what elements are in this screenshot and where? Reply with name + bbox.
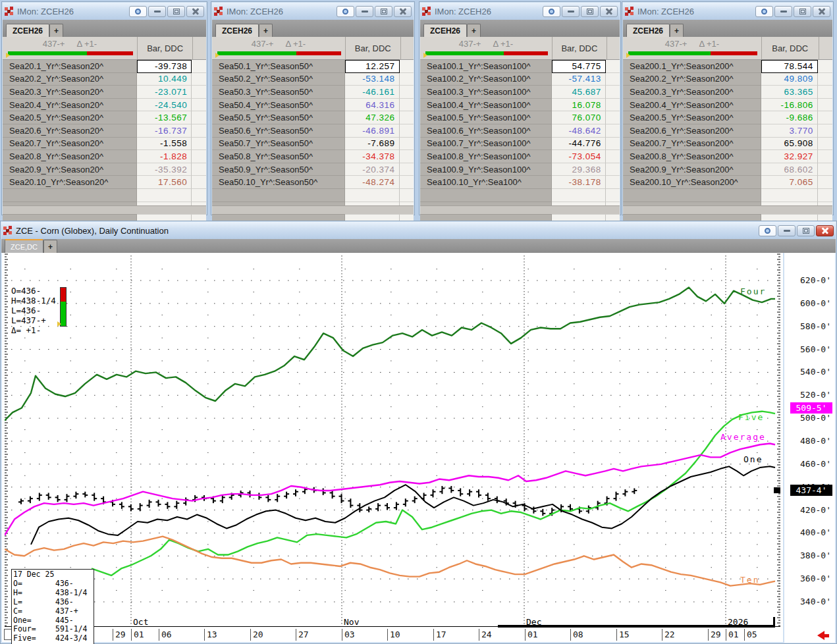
table-row[interactable]: Sea50.6_Yr^:Season50^-46.891 (212, 124, 414, 138)
study-value[interactable]: -48.274 (345, 176, 400, 189)
study-value[interactable]: 10.449 (137, 73, 192, 86)
table-row[interactable]: Sea200.2_Yr^:Season200^49.809 (623, 73, 832, 86)
study-label[interactable]: Sea100.5_Yr^:Season100^ (420, 111, 552, 124)
close-button[interactable] (600, 6, 618, 17)
study-label[interactable]: Sea50.6_Yr^:Season50^ (212, 124, 345, 138)
study-value[interactable]: -44.776 (552, 138, 606, 151)
study-label[interactable]: Sea200.5_Yr^:Season200^ (623, 111, 761, 124)
price-axis[interactable]: 620-0'600-0'580-0'560-0'540-0'520-0'500-… (784, 253, 835, 643)
study-label[interactable]: Sea100.7_Yr^:Season100^ (420, 138, 552, 151)
study-value[interactable]: -16.806 (761, 99, 818, 112)
study-value[interactable]: -23.071 (137, 86, 192, 99)
study-label[interactable]: Sea100.10_Yr^:Sea100^ (420, 176, 552, 189)
study-value[interactable]: -1.828 (137, 150, 192, 163)
table-row[interactable]: Sea20.5_Yr^:Season20^-13.567 (3, 111, 206, 124)
table-row[interactable]: Sea200.1_Yr^:Season200^78.544 (623, 60, 832, 73)
table-row[interactable]: Sea200.5_Yr^:Season200^-9.686 (623, 111, 832, 124)
tab-instrument[interactable]: ZCEH26 (215, 24, 259, 37)
study-value[interactable]: -73.054 (552, 150, 606, 163)
price-chart[interactable]: FourFiveAverageOneTenOctNovDec2026 (5, 253, 782, 628)
minimize-button[interactable] (778, 225, 796, 236)
table-row[interactable]: Sea20.2_Yr^:Season20^10.449 (3, 73, 206, 86)
study-label[interactable]: Sea200.10_Yr^:Season200^ (623, 176, 761, 189)
table-row[interactable]: Sea100.9_Yr^:Season100^29.368 (420, 163, 620, 176)
pin-button[interactable] (543, 6, 560, 17)
study-value[interactable]: -46.891 (345, 124, 400, 138)
add-tab-button[interactable]: + (467, 24, 481, 37)
pin-button[interactable] (759, 225, 776, 236)
study-label[interactable]: Sea50.3_Yr^:Season50^ (212, 86, 345, 99)
study-label[interactable]: Sea200.2_Yr^:Season200^ (623, 73, 761, 86)
monitor-titlebar[interactable]: IMon: ZCEH26 (420, 3, 620, 20)
table-row[interactable]: Sea100.6_Yr^:Season100^-48.642 (420, 124, 620, 138)
chart-plot-area[interactable]: FourFiveAverageOneTenOctNovDec2026 O=436… (2, 253, 783, 628)
study-label[interactable]: Sea200.3_Yr^:Season200^ (623, 86, 761, 99)
study-value[interactable]: 63.365 (761, 86, 818, 99)
close-button[interactable] (394, 6, 412, 17)
study-value[interactable]: 45.687 (552, 86, 606, 99)
study-label[interactable]: Sea200.6_Yr^:Season200^ (623, 124, 761, 138)
study-value[interactable]: 32.927 (761, 150, 818, 163)
study-value[interactable]: 17.560 (137, 176, 192, 189)
value-column-header[interactable]: Bar, DDC (553, 37, 607, 59)
table-row[interactable]: Sea100.8_Yr^:Season100^-73.054 (420, 150, 620, 163)
table-row[interactable]: Sea50.7_Yr^:Season50^-7.689 (212, 138, 414, 151)
study-label[interactable]: Sea200.4_Yr^:Season200^ (623, 99, 761, 112)
restore-button[interactable] (797, 225, 815, 236)
study-label[interactable]: Sea20.1_Yr^:Season20^ (3, 60, 137, 73)
study-label[interactable]: Sea50.2_Yr^:Season50^ (212, 73, 345, 86)
table-row[interactable]: Sea50.5_Yr^:Season50^47.326 (212, 111, 414, 124)
restore-button[interactable] (375, 6, 392, 17)
close-button[interactable] (816, 225, 834, 236)
table-row[interactable]: Sea200.4_Yr^:Season200^-16.806 (623, 99, 832, 112)
study-value[interactable]: 7.065 (761, 176, 818, 189)
study-value[interactable]: 68.602 (761, 163, 818, 176)
table-row[interactable]: Sea20.3_Yr^:Season20^-23.071 (3, 86, 206, 99)
study-value[interactable]: 3.770 (761, 124, 818, 138)
study-value[interactable]: -13.567 (137, 111, 192, 124)
table-row[interactable]: Sea100.1_Yr^:Season100^54.775 (420, 60, 620, 73)
study-label[interactable]: Sea50.7_Yr^:Season50^ (212, 138, 345, 151)
study-value[interactable]: -7.689 (345, 138, 400, 151)
tab-instrument[interactable]: ZCEH26 (423, 24, 467, 37)
study-value[interactable]: -9.686 (761, 111, 818, 124)
study-value[interactable]: -53.148 (345, 73, 400, 86)
monitor-titlebar[interactable]: IMon: ZCEH26 (212, 3, 414, 20)
date-axis[interactable]: 15222901061320270310172401081522290105 (2, 628, 783, 642)
study-label[interactable]: Sea20.10_Yr^:Season20^ (3, 176, 137, 189)
pin-button[interactable] (129, 6, 147, 17)
table-row[interactable]: Sea200.3_Yr^:Season200^63.365 (623, 86, 832, 99)
table-row[interactable]: Sea50.1_Yr^:Season50^12.257 (212, 60, 414, 73)
table-row[interactable]: Sea200.8_Yr^:Season200^32.927 (623, 150, 832, 163)
study-label[interactable]: Sea20.4_Yr^:Season20^ (3, 99, 137, 112)
table-row[interactable]: Sea200.7_Yr^:Season200^65.908 (623, 138, 832, 151)
study-label[interactable]: Sea100.4_Yr^:Season100^ (420, 99, 552, 112)
restore-button[interactable] (581, 6, 599, 17)
study-value[interactable]: 65.908 (761, 138, 818, 151)
study-label[interactable]: Sea50.9_Yr^:Season50^ (212, 163, 345, 176)
table-row[interactable]: Sea50.9_Yr^:Season50^-20.374 (212, 163, 414, 176)
study-value[interactable]: 12.257 (345, 60, 400, 73)
table-row[interactable]: Sea20.7_Yr^:Season20^-1.558 (3, 138, 206, 151)
minimize-button[interactable] (774, 6, 792, 17)
minimize-button[interactable] (562, 6, 580, 17)
study-label[interactable]: Sea20.3_Yr^:Season20^ (3, 86, 137, 99)
study-label[interactable]: Sea200.1_Yr^:Season200^ (623, 60, 761, 73)
study-value[interactable]: -38.178 (552, 176, 606, 189)
restore-button[interactable] (794, 6, 811, 17)
study-label[interactable]: Sea20.2_Yr^:Season20^ (3, 73, 137, 86)
add-tab-button[interactable]: + (670, 24, 684, 37)
study-value[interactable]: 54.775 (552, 60, 606, 73)
table-row[interactable]: Sea100.2_Yr^:Season100^-57.413 (420, 73, 620, 86)
close-button[interactable] (813, 6, 830, 17)
study-label[interactable]: Sea20.8_Yr^:Season20^ (3, 150, 137, 163)
monitor-titlebar[interactable]: IMon: ZCEH26 (3, 3, 206, 20)
tab-zce-dc[interactable]: ZCE,DC (5, 239, 43, 253)
table-row[interactable]: Sea20.1_Yr^:Season20^-39.738 (3, 60, 206, 73)
study-value[interactable]: 76.070 (552, 111, 606, 124)
study-value[interactable]: 78.544 (761, 60, 818, 73)
table-row[interactable]: Sea200.10_Yr^:Season200^7.065 (623, 176, 832, 189)
table-row[interactable]: Sea20.4_Yr^:Season20^-24.540 (3, 99, 206, 112)
study-label[interactable]: Sea20.5_Yr^:Season20^ (3, 111, 137, 124)
table-row[interactable]: Sea20.8_Yr^:Season20^-1.828 (3, 150, 206, 163)
